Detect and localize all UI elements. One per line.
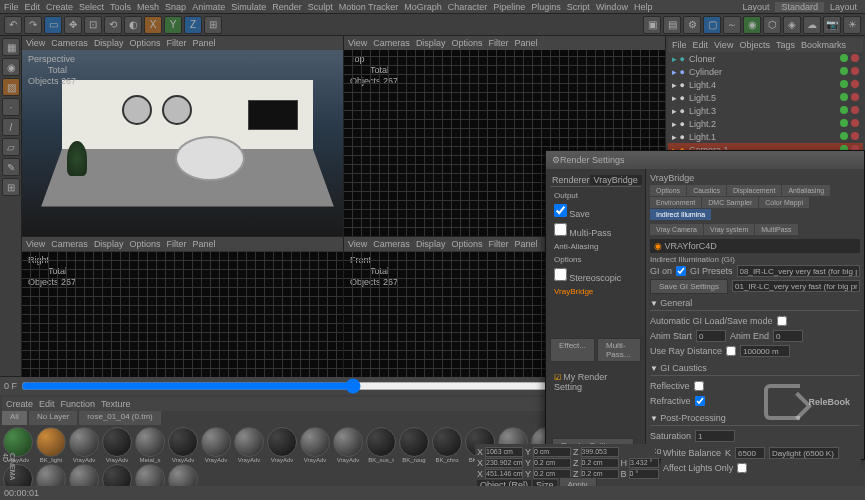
menu-window[interactable]: Window — [596, 2, 628, 12]
tab-vraysys[interactable]: Vray system — [704, 224, 754, 235]
material-cell[interactable]: BK_light — [35, 427, 67, 463]
menu-motiontracker[interactable]: Motion Tracker — [339, 2, 399, 12]
material-cell[interactable]: VrayAdv — [101, 427, 133, 463]
light-icon[interactable]: ☀ — [843, 16, 861, 34]
multipass-checkbox[interactable] — [554, 223, 567, 236]
mat-create[interactable]: Create — [6, 399, 33, 409]
axis-z-icon[interactable]: Z — [184, 16, 202, 34]
material-cell[interactable]: VrayAdv — [299, 427, 331, 463]
vp-menu-options[interactable]: Options — [451, 38, 482, 48]
cube-primitive-icon[interactable]: ▢ — [703, 16, 721, 34]
vp-menu-filter[interactable]: Filter — [166, 239, 186, 249]
menu-script[interactable]: Script — [567, 2, 590, 12]
tab-vraycam[interactable]: Vray Camera — [650, 224, 703, 235]
environment-icon[interactable]: ☁ — [803, 16, 821, 34]
material-cell[interactable]: VrayAdv — [266, 427, 298, 463]
object-row[interactable]: ▸ ●Light.2 — [668, 117, 863, 130]
render-settings-icon[interactable]: ⚙ — [683, 16, 701, 34]
vp-menu-display[interactable]: Display — [416, 38, 446, 48]
undo-icon[interactable]: ↶ — [4, 16, 22, 34]
rotate-tool-icon[interactable]: ⟲ — [104, 16, 122, 34]
vp-menu-cameras[interactable]: Cameras — [373, 239, 410, 249]
tab-env[interactable]: Environment — [650, 197, 701, 208]
vp-menu-view[interactable]: View — [26, 239, 45, 249]
vp-menu-filter[interactable]: Filter — [166, 38, 186, 48]
tool-icon[interactable]: ◐ — [124, 16, 142, 34]
gi-on-checkbox[interactable] — [676, 266, 686, 276]
vp-menu-cameras[interactable]: Cameras — [51, 239, 88, 249]
wb-preset[interactable] — [769, 447, 839, 459]
menu-snap[interactable]: Snap — [165, 2, 186, 12]
save-gi-button[interactable]: Save GI Settings — [650, 279, 728, 294]
viewport-right[interactable]: View Cameras Display Options Filter Pane… — [22, 237, 343, 377]
renderer-dropdown[interactable]: VrayBridge — [590, 175, 642, 185]
vp-menu-view[interactable]: View — [348, 38, 367, 48]
objmgr-objects[interactable]: Objects — [739, 40, 770, 50]
vp-menu-cameras[interactable]: Cameras — [373, 38, 410, 48]
vp-menu-panel[interactable]: Panel — [514, 239, 537, 249]
poly-mode-icon[interactable]: ▱ — [2, 138, 20, 156]
tab-indirect[interactable]: Indirect Illumina — [650, 209, 711, 220]
menu-render[interactable]: Render — [272, 2, 302, 12]
tab-multipass2[interactable]: MultiPass — [755, 224, 797, 235]
material-cell[interactable]: VrayAdv — [332, 427, 364, 463]
camera-icon[interactable]: 📷 — [823, 16, 841, 34]
vp-menu-panel[interactable]: Panel — [192, 38, 215, 48]
menu-sculpt[interactable]: Sculpt — [308, 2, 333, 12]
raydist-input[interactable] — [740, 345, 790, 357]
object-row[interactable]: ▸ ●Light.3 — [668, 104, 863, 117]
redo-icon[interactable]: ↷ — [24, 16, 42, 34]
render-region-icon[interactable]: ▤ — [663, 16, 681, 34]
nurbs-icon[interactable]: ◉ — [743, 16, 761, 34]
vp-menu-filter[interactable]: Filter — [488, 38, 508, 48]
material-cell[interactable]: VrayAdv — [68, 427, 100, 463]
generator-icon[interactable]: ⬡ — [763, 16, 781, 34]
mat-texture[interactable]: Texture — [101, 399, 131, 409]
menu-animate[interactable]: Animate — [192, 2, 225, 12]
tweak-icon[interactable]: ✎ — [2, 158, 20, 176]
vp-menu-display[interactable]: Display — [416, 239, 446, 249]
coord-icon[interactable]: ⊞ — [204, 16, 222, 34]
render-output[interactable]: Output — [550, 189, 641, 202]
menu-mesh[interactable]: Mesh — [137, 2, 159, 12]
select-tool-icon[interactable]: ▭ — [44, 16, 62, 34]
coord-y[interactable] — [533, 447, 571, 457]
workplane-icon[interactable]: ⊞ — [2, 178, 20, 196]
render-vraybridge[interactable]: VrayBridge — [550, 285, 641, 298]
autoload-checkbox[interactable] — [777, 316, 787, 326]
menu-help[interactable]: Help — [634, 2, 653, 12]
layout-selector[interactable]: Layout Standard Layout — [742, 0, 857, 14]
material-cell[interactable]: VrayAdv — [167, 427, 199, 463]
objmgr-tags[interactable]: Tags — [776, 40, 795, 50]
menu-select[interactable]: Select — [79, 2, 104, 12]
tab-caustics[interactable]: Caustics — [687, 185, 726, 196]
multipass-button[interactable]: Multi-Pass... — [597, 338, 641, 362]
save-gi-input[interactable] — [732, 280, 860, 292]
tab-dmc[interactable]: DMC Sampler — [702, 197, 758, 208]
scale-tool-icon[interactable]: ⊡ — [84, 16, 102, 34]
stereo-checkbox[interactable] — [554, 268, 567, 281]
object-row[interactable]: ▸ ●Light.5 — [668, 91, 863, 104]
texture-mode-icon[interactable]: ▨ — [2, 78, 20, 96]
vp-menu-view[interactable]: View — [348, 239, 367, 249]
object-mode-icon[interactable]: ◉ — [2, 58, 20, 76]
tab-aa[interactable]: Antialiasing — [782, 185, 830, 196]
objmgr-file[interactable]: File — [672, 40, 687, 50]
axis-y-icon[interactable]: Y — [164, 16, 182, 34]
viewport-perspective[interactable]: View Cameras Display Options Filter Pane… — [22, 36, 343, 236]
animstart-input[interactable] — [696, 330, 726, 342]
my-render-setting[interactable]: ☑ My Render Setting — [550, 370, 641, 394]
object-row[interactable]: ▸ ●Light.1 — [668, 130, 863, 143]
objmgr-bookmarks[interactable]: Bookmarks — [801, 40, 846, 50]
objmgr-view[interactable]: View — [714, 40, 733, 50]
mat-function[interactable]: Function — [61, 399, 96, 409]
render-stereo[interactable]: Stereoscopic — [550, 266, 641, 285]
objmgr-edit[interactable]: Edit — [693, 40, 709, 50]
dialog-titlebar[interactable]: ⚙ Render Settings — [546, 151, 864, 169]
coord-x[interactable] — [485, 447, 523, 457]
tab-colormap[interactable]: Color Mappi — [759, 197, 809, 208]
edge-mode-icon[interactable]: / — [2, 118, 20, 136]
render-icon[interactable]: ▣ — [643, 16, 661, 34]
render-save[interactable]: Save — [550, 202, 641, 221]
material-cell[interactable]: VrayAdv — [233, 427, 265, 463]
